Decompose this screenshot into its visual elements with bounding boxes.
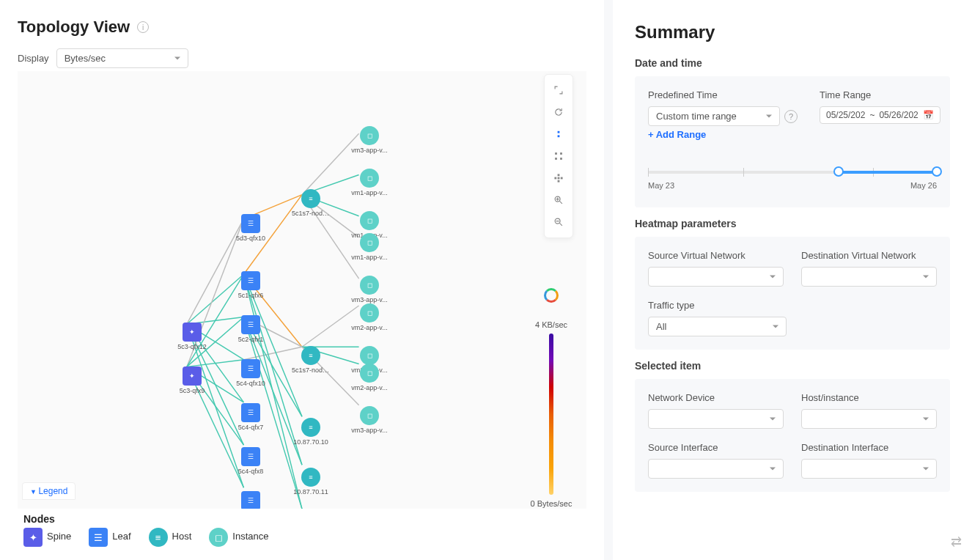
network-device-label: Network Device [648, 392, 784, 403]
topo-node[interactable]: ☰5c4-qfx8 [232, 447, 269, 475]
display-select-value: Bytes/sec [65, 53, 106, 64]
inst-icon: ◻ [360, 233, 379, 252]
node-label: 5c3-qfx9 [173, 387, 211, 394]
topo-node[interactable]: ✦5c3-qfx9 [174, 366, 210, 394]
svg-rect-35 [558, 135, 560, 137]
inst-icon: ◻ [360, 303, 379, 323]
svg-rect-43 [554, 177, 556, 180]
host-instance-select[interactable] [801, 409, 937, 429]
topo-node[interactable]: ☰5c2-qfx1 [232, 315, 269, 343]
node-label: 5c3-qfx12 [173, 343, 211, 350]
traffic-type-label: Traffic type [648, 300, 787, 311]
topo-node[interactable]: ☰5c4-qfx7 [232, 403, 269, 431]
src-if-label: Source Interface [648, 442, 784, 453]
topo-node[interactable]: ☰5d3-qfx10 [232, 214, 269, 242]
zoom-in-icon[interactable] [545, 189, 572, 211]
spine-icon: ✦ [183, 366, 202, 386]
leaf-icon: ☰ [241, 403, 260, 422]
node-label: 5c4-qfx7 [232, 424, 270, 431]
dst-vn-label: Destination Virtual Network [801, 250, 937, 261]
predefined-time-label: Predefined Time [648, 89, 798, 100]
host-icon: ≡ [301, 418, 320, 437]
leaf-icon: ☰ [241, 214, 260, 233]
add-range-link[interactable]: + Add Range [648, 129, 706, 140]
section-date-time: Date and time [635, 57, 950, 69]
host-instance-label: Host/instance [801, 392, 937, 403]
calendar-icon: 📅 [923, 110, 934, 120]
host-icon: ≡ [301, 468, 320, 487]
refresh-icon[interactable] [545, 101, 572, 123]
node-label: vm1-app-v... [350, 254, 389, 261]
time-slider[interactable]: May 23 May 26 [648, 165, 937, 194]
topo-node[interactable]: ◻vm3-app-v... [351, 406, 388, 434]
heatmap-card: Source Virtual Network Destination Virtu… [635, 237, 950, 350]
inst-icon: ◻ [360, 346, 379, 365]
slider-handle-from[interactable] [833, 166, 844, 177]
topo-node[interactable]: ≡5c1s7-node4 [292, 346, 329, 374]
topology-panel: Topology View i Display Bytes/sec ✦5c3-q… [0, 0, 613, 560]
topo-node[interactable]: ◻vm2-app-v... [351, 364, 388, 391]
svg-rect-37 [560, 152, 562, 155]
help-icon[interactable]: ? [784, 110, 798, 123]
topo-node[interactable]: ✦5c3-qfx12 [174, 323, 210, 350]
host-icon: ≡ [301, 189, 320, 208]
topo-node[interactable]: ◻vm1-app-v... [351, 233, 388, 261]
legend-panel: Nodes ✦Spine ☰Leaf ≡Host ◻Instance [18, 509, 586, 551]
legend-spine: Spine [47, 531, 71, 542]
slider-handle-to[interactable] [932, 166, 942, 177]
svg-rect-42 [558, 180, 560, 183]
node-label: vm2-app-v... [350, 384, 389, 391]
leaf-icon: ☰ [241, 315, 260, 334]
svg-rect-40 [558, 177, 560, 180]
leaf-swatch-icon: ☰ [89, 528, 108, 547]
legend-instance: Instance [232, 531, 268, 542]
legend-toggle[interactable]: Legend [22, 482, 76, 500]
instance-swatch-icon: ◻ [209, 528, 228, 547]
dst-if-select[interactable] [801, 459, 937, 479]
topo-node[interactable]: ≡10.87.70.11 [292, 468, 329, 495]
traffic-type-select[interactable]: All [648, 317, 787, 336]
node-label: 5d3-qfx10 [232, 235, 270, 242]
inst-icon: ◻ [360, 126, 379, 145]
topo-node[interactable]: ≡5c1s7-node3 [292, 189, 329, 217]
src-if-select[interactable] [648, 459, 784, 479]
topo-node[interactable]: ≡10.87.70.10 [292, 418, 329, 446]
time-range-label: Time Range [820, 89, 940, 100]
leaf-icon: ☰ [241, 491, 260, 510]
inst-icon: ◻ [360, 169, 379, 188]
node-label: 5c4-qfx8 [232, 468, 270, 475]
topo-node[interactable]: ☰5c1-qfx6 [232, 271, 269, 299]
topo-node[interactable]: ◻vm3-app-v... [351, 126, 388, 154]
recenter-icon[interactable] [545, 167, 572, 189]
predefined-time-select[interactable]: Custom time range [648, 106, 780, 126]
leaf-icon: ☰ [241, 359, 260, 378]
node-label: 5c1s7-node4 [292, 366, 330, 374]
src-vn-select[interactable] [648, 267, 784, 287]
dst-vn-select[interactable] [801, 267, 937, 287]
network-device-select[interactable] [648, 409, 784, 429]
topo-node[interactable]: ◻vm1-app-v... [351, 169, 388, 196]
display-select[interactable]: Bytes/sec [56, 48, 188, 68]
topo-node[interactable]: ☰5c4-qfx10 [232, 359, 269, 387]
swap-icon[interactable]: ⇄ [951, 534, 962, 550]
zoom-out-icon[interactable] [545, 211, 572, 233]
time-range-picker[interactable]: 05/25/202 ~ 05/26/202 📅 [820, 106, 940, 124]
node-label: 10.87.70.10 [292, 438, 330, 446]
topology-canvas[interactable]: ✦5c3-qfx12✦5c3-qfx9☰5d3-qfx10☰5c1-qfx6☰5… [18, 68, 586, 551]
spine-icon: ✦ [183, 323, 202, 342]
view-compact-icon[interactable] [545, 123, 572, 145]
node-label: 5c4-qfx10 [232, 380, 270, 387]
svg-line-25 [302, 133, 359, 194]
view-grid-icon[interactable] [545, 145, 572, 167]
topo-node[interactable]: ◻vm2-app-v... [351, 303, 388, 331]
info-icon[interactable]: i [137, 21, 149, 33]
topo-node[interactable]: ◻vm3-app-v... [351, 276, 388, 303]
node-label: vm2-app-v... [350, 324, 389, 331]
node-label: vm3-app-v... [350, 147, 389, 154]
host-swatch-icon: ≡ [149, 528, 168, 547]
summary-title: Summary [635, 22, 950, 43]
node-label: 5c1-qfx6 [232, 292, 270, 299]
dst-if-label: Destination Interface [801, 442, 937, 453]
fullscreen-icon[interactable] [545, 79, 572, 101]
legend-host: Host [172, 531, 192, 542]
